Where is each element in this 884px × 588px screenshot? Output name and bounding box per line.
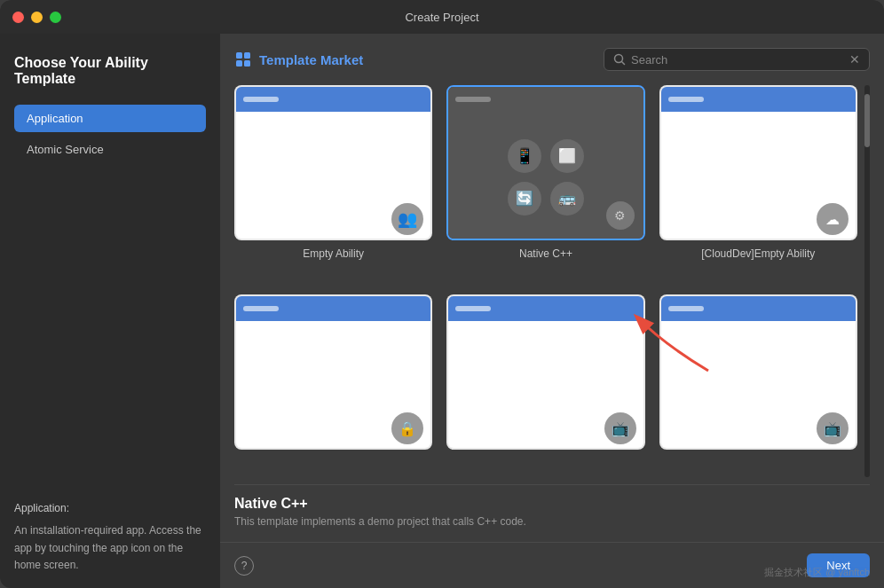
- watermark: 掘金技术社区 @ yanftch: [764, 566, 870, 579]
- template-thumbnail-6: 📺: [659, 294, 857, 450]
- search-box[interactable]: ✕: [604, 48, 870, 71]
- svg-rect-1: [244, 52, 250, 59]
- svg-line-5: [622, 62, 625, 65]
- svg-rect-3: [244, 60, 250, 67]
- clouddev-icon: ☁: [817, 203, 848, 235]
- footer: ? Next: [220, 542, 884, 588]
- sidebar-title: Choose Your Ability Template: [14, 55, 206, 87]
- template5-icon: 📺: [604, 412, 636, 444]
- desc-body: An installation-required app. Access the…: [14, 522, 206, 574]
- scrollbar-thumb[interactable]: [864, 94, 870, 147]
- template-label-native-cpp: Native C++: [519, 247, 572, 260]
- selected-template-desc: This template implements a demo project …: [234, 515, 870, 528]
- window-controls[interactable]: [12, 12, 61, 23]
- close-button[interactable]: [12, 12, 24, 23]
- template-label-clouddev: [CloudDev]Empty Ability: [701, 247, 815, 260]
- empty-ability-icon: 👥: [391, 203, 423, 235]
- window-title: Create Project: [405, 11, 478, 24]
- search-clear-button[interactable]: ✕: [849, 52, 860, 67]
- help-button[interactable]: ?: [234, 556, 254, 576]
- content-area: Template Market ✕: [220, 34, 884, 542]
- template6-icon: 📺: [817, 412, 848, 444]
- template-market-icon: [234, 51, 252, 68]
- search-icon: [613, 53, 626, 66]
- template-market-link[interactable]: Template Market: [234, 51, 363, 68]
- ni-tablet-icon: ⬜: [550, 139, 584, 173]
- svg-rect-0: [236, 52, 242, 59]
- selected-template-title: Native C++: [234, 496, 870, 512]
- template-thumbnail-5: 📺: [446, 294, 644, 450]
- template-card-clouddev[interactable]: ☁ [CloudDev]Empty Ability: [659, 85, 857, 280]
- template-card-6[interactable]: 📺: [659, 294, 857, 477]
- svg-rect-2: [236, 60, 242, 67]
- template-thumbnail-native-cpp: 📱 ⬜ 🔄 🚌 ⚙: [446, 85, 644, 240]
- ni-phone-icon: 📱: [508, 139, 541, 173]
- content-bottom: Native C++ This template implements a de…: [234, 484, 870, 528]
- template-thumbnail-empty-ability: 👥: [234, 85, 432, 240]
- search-input[interactable]: [631, 53, 844, 67]
- template-card-5[interactable]: 📺: [446, 294, 644, 477]
- sidebar: Choose Your Ability Template Application…: [0, 34, 220, 588]
- template-label-empty-ability: Empty Ability: [303, 247, 364, 260]
- templates-grid: 👥 Empty Ability: [234, 85, 861, 477]
- template-market-label-text: Template Market: [259, 52, 363, 67]
- desc-title: Application:: [14, 500, 206, 517]
- template-card-empty-ability[interactable]: 👥 Empty Ability: [234, 85, 432, 280]
- template-thumbnail-4: 🔒: [234, 294, 432, 450]
- sidebar-item-atomic-service[interactable]: Atomic Service: [14, 136, 206, 163]
- template-card-native-cpp[interactable]: 📱 ⬜ 🔄 🚌 ⚙ Native C++: [446, 85, 644, 280]
- scrollbar-track[interactable]: [864, 85, 870, 477]
- content-topbar: Template Market ✕: [234, 48, 870, 71]
- titlebar: Create Project: [0, 0, 884, 34]
- ni-refresh-icon: 🔄: [508, 182, 541, 216]
- minimize-button[interactable]: [31, 12, 43, 23]
- ni-car-icon: 🚌: [550, 182, 584, 216]
- maximize-button[interactable]: [50, 12, 61, 23]
- ni-bottom-icon: ⚙: [606, 201, 635, 230]
- sidebar-description: Application: An installation-required ap…: [14, 486, 206, 574]
- template4-icon: 🔒: [391, 412, 423, 444]
- main-layout: Choose Your Ability Template Application…: [0, 34, 884, 588]
- template-card-4[interactable]: 🔒: [234, 294, 432, 477]
- sidebar-item-application[interactable]: Application: [14, 105, 206, 132]
- template-thumbnail-clouddev: ☁: [659, 85, 857, 240]
